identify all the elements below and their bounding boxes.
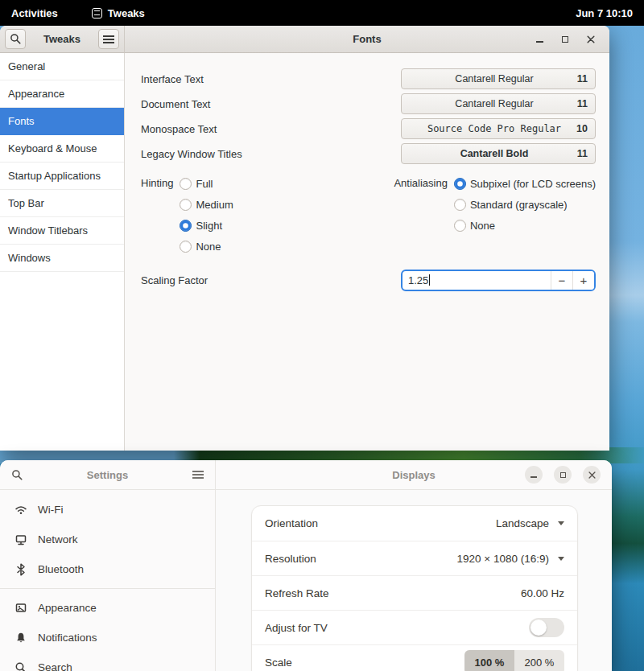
close-button[interactable] <box>584 32 598 47</box>
font-size: 11 <box>577 73 588 84</box>
activities-button[interactable]: Activities <box>11 7 58 19</box>
scale-option-200[interactable]: 200 % <box>514 650 564 671</box>
legacy-window-titles-row: Legacy Window Titles Cantarell Bold 11 <box>141 142 596 166</box>
wifi-icon <box>14 504 27 517</box>
hamburger-menu-icon <box>103 39 114 40</box>
interface-font-button[interactable]: Cantarell Regular 11 <box>401 68 596 89</box>
tweaks-window-title: Tweaks <box>26 33 98 45</box>
scale-option-100[interactable]: 100 % <box>464 650 514 671</box>
adjust-for-tv-label: Adjust for TV <box>265 622 529 634</box>
radio-unselected-icon <box>180 199 192 211</box>
monospace-text-row: Monospace Text Source Code Pro Regular 1… <box>141 117 596 141</box>
refresh-rate-label: Refresh Rate <box>265 587 521 599</box>
sidebar-item-windows[interactable]: Windows <box>0 245 124 272</box>
antialiasing-label: Antialiasing <box>394 173 448 257</box>
resolution-label: Resolution <box>265 553 457 565</box>
antialiasing-option-none[interactable]: None <box>454 215 596 236</box>
sidebar-item-label: Appearance <box>38 602 97 614</box>
primary-menu-button[interactable] <box>98 29 119 49</box>
orientation-value: Landscape <box>496 517 549 529</box>
hinting-option-medium[interactable]: Medium <box>180 194 233 215</box>
scaling-factor-spinbutton[interactable]: 1.25 − + <box>401 270 596 291</box>
document-text-row: Document Text Cantarell Regular 11 <box>141 92 596 116</box>
hinting-option-full[interactable]: Full <box>180 173 233 194</box>
clock-label[interactable]: Jun 7 10:10 <box>576 7 633 19</box>
sidebar-item-appearance[interactable]: Appearance <box>0 80 124 108</box>
settings-sidebar-header: Settings <box>0 460 216 490</box>
radio-unselected-icon <box>180 241 192 253</box>
toggle-knob <box>530 620 547 636</box>
radio-unselected-icon <box>454 220 466 232</box>
scaling-factor-value[interactable]: 1.25 <box>402 271 551 290</box>
refresh-rate-row: Refresh Rate 60.00 Hz <box>252 575 577 610</box>
tweaks-panel-header[interactable]: Fonts <box>125 26 609 53</box>
option-label: Full <box>196 178 213 190</box>
display-settings-card: Orientation Landscape Resolution 1920 × … <box>251 505 578 671</box>
increment-button[interactable]: + <box>572 271 594 290</box>
sidebar-item-label: Network <box>38 533 78 545</box>
antialiasing-option-subpixel[interactable]: Subpixel (for LCD screens) <box>454 173 596 194</box>
notifications-icon <box>14 632 27 644</box>
close-icon <box>587 35 595 43</box>
font-name: Cantarell Bold <box>460 148 537 159</box>
sidebar-item-search[interactable]: Search <box>0 652 215 671</box>
resolution-dropdown[interactable]: 1920 × 1080 (16:9) <box>457 553 564 565</box>
minimize-button[interactable] <box>525 466 543 484</box>
minimize-icon <box>536 41 543 43</box>
hinting-option-slight[interactable]: Slight <box>180 215 233 236</box>
minimize-button[interactable] <box>532 32 547 47</box>
option-label: Medium <box>196 199 233 211</box>
option-label: None <box>470 220 495 232</box>
maximize-icon <box>562 36 568 43</box>
displays-panel-header[interactable]: Displays <box>216 460 612 490</box>
window-controls <box>532 32 609 47</box>
tweaks-app-icon <box>92 8 102 19</box>
legacy-window-titles-label: Legacy Window Titles <box>141 148 401 160</box>
sidebar-item-bluetooth[interactable]: Bluetooth <box>0 554 215 584</box>
displays-panel: Orientation Landscape Resolution 1920 × … <box>216 490 612 671</box>
sidebar-item-fonts[interactable]: Fonts <box>0 108 124 135</box>
text-cursor <box>429 274 430 286</box>
sidebar-item-general[interactable]: General <box>0 53 124 80</box>
sidebar-item-startup-applications[interactable]: Startup Applications <box>0 163 124 190</box>
scaling-factor-label: Scaling Factor <box>141 274 401 286</box>
font-size: 11 <box>577 148 588 159</box>
scale-row: Scale 100 % 200 % <box>252 644 577 671</box>
appearance-icon <box>14 602 27 615</box>
orientation-dropdown[interactable]: Landscape <box>496 517 564 529</box>
close-button[interactable] <box>583 466 601 484</box>
sidebar-item-wifi[interactable]: Wi-Fi <box>0 495 215 525</box>
font-size: 11 <box>577 98 588 109</box>
adjust-for-tv-row: Adjust for TV <box>252 610 577 644</box>
search-button[interactable] <box>5 29 26 49</box>
decrement-button[interactable]: − <box>551 271 572 290</box>
antialiasing-group: Antialiasing Subpixel (for LCD screens) … <box>394 173 596 257</box>
sidebar-item-window-titlebars[interactable]: Window Titlebars <box>0 217 124 245</box>
font-size: 10 <box>576 123 588 134</box>
tweaks-sidebar-header: Tweaks <box>0 26 125 53</box>
hinting-option-none[interactable]: None <box>180 236 233 257</box>
monospace-font-button[interactable]: Source Code Pro Regular 10 <box>401 118 596 139</box>
document-font-button[interactable]: Cantarell Regular 11 <box>401 93 596 114</box>
maximize-button[interactable] <box>558 32 572 47</box>
settings-window-title: Settings <box>0 469 215 481</box>
sidebar-item-notifications[interactable]: Notifications <box>0 623 215 652</box>
sidebar-item-label: Wi-Fi <box>38 504 63 516</box>
sidebar-item-top-bar[interactable]: Top Bar <box>0 190 124 217</box>
network-icon <box>14 533 27 546</box>
radio-unselected-icon <box>180 178 192 190</box>
sidebar-item-appearance[interactable]: Appearance <box>0 593 215 623</box>
adjust-for-tv-toggle[interactable] <box>529 618 564 637</box>
sidebar-item-label: Bluetooth <box>38 563 84 575</box>
sidebar-item-keyboard-mouse[interactable]: Keyboard & Mouse <box>0 135 124 163</box>
font-name: Cantarell Regular <box>455 73 541 84</box>
focused-app-menu[interactable]: Tweaks <box>92 7 145 19</box>
antialiasing-option-standard[interactable]: Standard (grayscale) <box>454 194 596 215</box>
sidebar-separator <box>0 588 215 589</box>
maximize-button[interactable] <box>554 466 572 484</box>
legacy-titles-font-button[interactable]: Cantarell Bold 11 <box>401 143 596 164</box>
settings-window: Settings Displays <box>0 460 612 671</box>
fonts-panel: Interface Text Cantarell Regular 11 Docu… <box>125 53 609 451</box>
scale-segmented-control: 100 % 200 % <box>464 650 564 671</box>
sidebar-item-network[interactable]: Network <box>0 525 215 554</box>
